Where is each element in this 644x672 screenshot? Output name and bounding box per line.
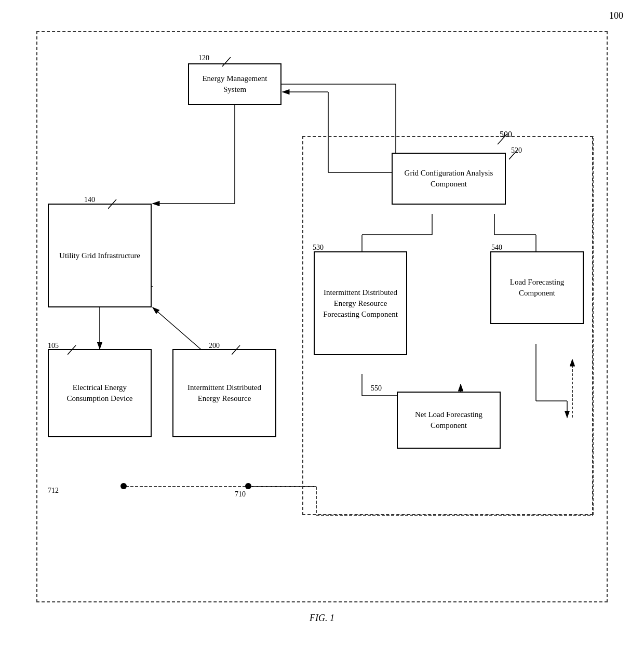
system-500-box: Grid Configuration Analysis Component 52… <box>302 136 593 515</box>
ider-number-label: 200 <box>209 342 220 350</box>
eecd-box: Electrical Energy Consumption Device <box>48 349 152 437</box>
ider-label: Intermittent Distributed Energy Resource <box>178 382 271 404</box>
gcac-slash <box>509 150 519 163</box>
node-712 <box>120 483 127 489</box>
nlfc-number-label: 550 <box>371 384 382 393</box>
ems-slash <box>222 57 233 68</box>
lfc-box: Load Forecasting Component <box>490 251 584 324</box>
svg-line-35 <box>509 150 517 159</box>
gcac-label: Grid Configuration Analysis Component <box>397 168 501 190</box>
outer-diagram-border: Energy Management System 120 Utility Gri… <box>36 31 608 602</box>
eecd-label: Electrical Energy Consumption Device <box>53 382 146 404</box>
ugi-slash <box>108 199 118 212</box>
system-500-slash <box>498 134 510 147</box>
ems-label: Energy Management System <box>193 73 276 95</box>
ider-box: Intermittent Distributed Energy Resource <box>172 349 276 437</box>
ems-number-label: 120 <box>198 54 209 62</box>
svg-line-33 <box>68 345 76 355</box>
eecd-number-label: 105 <box>48 342 59 350</box>
ems-box: Energy Management System <box>188 63 281 105</box>
figure-caption: FIG. 1 <box>21 613 623 624</box>
node-710-label: 710 <box>235 490 246 499</box>
nlfc-label: Net Load Forecasting Component <box>402 409 495 431</box>
iderfc-box: Intermittent Distributed Energy Resource… <box>314 251 407 355</box>
svg-line-34 <box>232 345 240 355</box>
gcac-box: Grid Configuration Analysis Component <box>392 153 506 205</box>
eecd-slash <box>68 345 78 358</box>
figure-number-top: 100 <box>609 10 623 21</box>
page-container: 100 <box>21 10 623 644</box>
ugi-number-label: 140 <box>84 196 95 204</box>
ugi-label: Utility Grid Infrastructure <box>59 250 140 261</box>
svg-line-31 <box>222 57 231 66</box>
iderfc-number-label: 530 <box>313 244 324 252</box>
svg-line-36 <box>498 134 507 144</box>
svg-line-32 <box>108 199 116 209</box>
iderfc-label: Intermittent Distributed Energy Resource… <box>319 287 402 320</box>
node-712-label: 712 <box>48 487 59 495</box>
ugi-box: Utility Grid Infrastructure <box>48 204 152 307</box>
lfc-label: Load Forecasting Component <box>495 277 579 299</box>
node-710 <box>245 483 251 489</box>
ider-slash <box>232 345 242 358</box>
lfc-number-label: 540 <box>491 244 502 252</box>
nlfc-box: Net Load Forecasting Component <box>397 392 501 449</box>
